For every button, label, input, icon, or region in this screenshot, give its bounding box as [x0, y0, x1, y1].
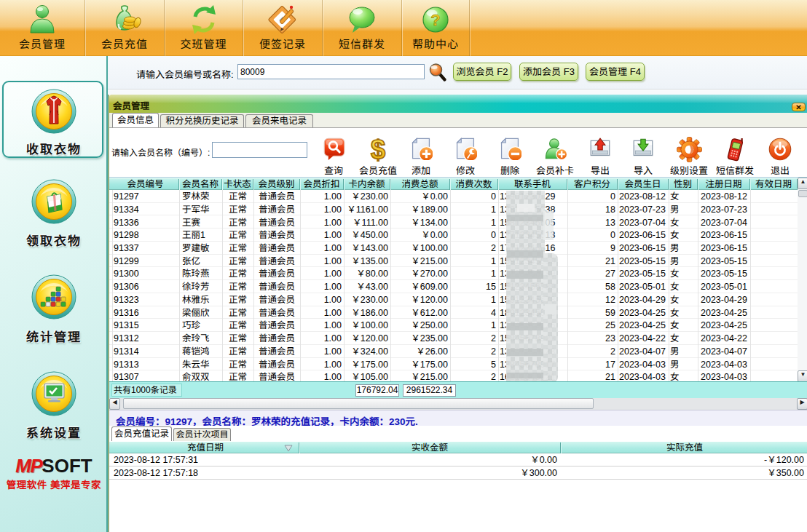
svg-text:?: ? — [430, 11, 440, 29]
svg-text:$: $ — [371, 137, 385, 162]
